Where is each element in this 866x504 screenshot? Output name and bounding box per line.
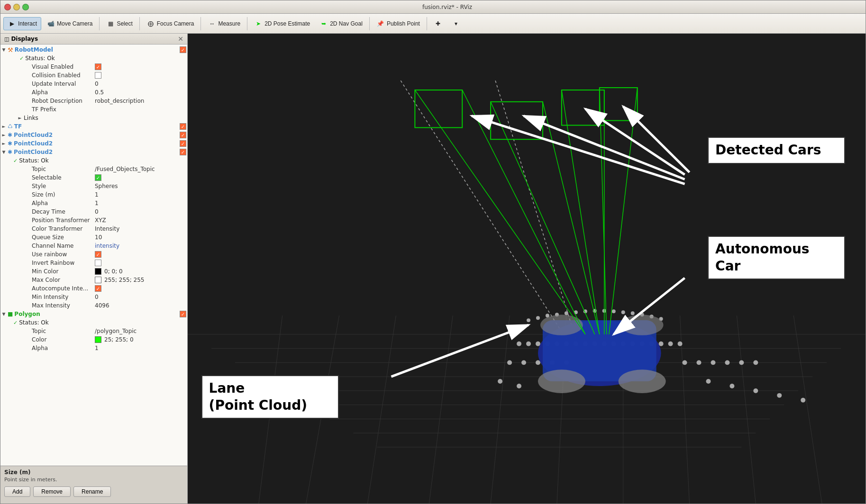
robot-model-checkbox[interactable] [180,46,186,53]
pc2-3-status: ✓ Status: Ok [6,156,187,165]
color-transformer-row: Color Transformer Intensity [6,225,187,233]
max-color-swatch[interactable] [95,277,101,283]
pc2-3-arrow[interactable]: ▼ [1,150,6,154]
polygon-row[interactable]: ▼ ■ Polygon [0,310,187,318]
interact-button[interactable]: ▶ Interact [3,17,41,30]
polygon-topic-val: /polygon_Topic [95,328,137,334]
min-color-swatch[interactable] [95,268,101,275]
main-area: ◫ Displays ✕ ▼ ⚒ RobotModel [0,34,866,504]
alpha2-row: Alpha 1 [6,199,187,207]
pointcloud2-2-row[interactable]: ► ✱ PointCloud2 [0,139,187,148]
max-intensity-val: 4096 [95,302,109,309]
pc2-1-checkbox[interactable] [180,132,186,138]
pointcloud2-1-row[interactable]: ► ✱ PointCloud2 [0,131,187,139]
polygon-status: ✓ Status: Ok [6,318,187,327]
selectable-row: Selectable [6,173,187,182]
close-button[interactable] [4,4,11,10]
pc2-3-checkbox[interactable] [180,149,186,155]
visual-enabled-name: Visual Enabled [18,63,93,70]
minimize-button[interactable] [13,4,20,10]
remove-tool-button[interactable]: ▾ [447,17,465,30]
selectable-checkbox[interactable] [95,174,101,181]
decay-time-name: Decay Time [18,208,93,215]
displays-close[interactable]: ✕ [178,36,183,42]
tf-label: TF [14,123,22,130]
remove-button[interactable]: Remove [33,486,71,497]
measure-label: Measure [218,20,240,27]
autocompute-checkbox[interactable] [95,285,101,292]
topic-row: Topic /Fused_Objects_Topic [6,165,187,173]
pose-estimate-icon: ➤ [254,19,263,28]
robot-description-row: Robot Description robot_description [6,97,187,105]
style-row: Style Spheres [6,182,187,190]
svg-point-52 [725,360,729,365]
nav-goal-button[interactable]: ➥ 2D Nav Goal [315,17,367,30]
polygon-arrow[interactable]: ▼ [1,312,6,316]
links-row[interactable]: ► Links [6,114,187,122]
focus-camera-button[interactable]: ⨁ Focus Camera [142,17,199,30]
svg-point-53 [739,360,744,365]
polygon-topic-row: Topic /polygon_Topic [6,327,187,335]
invert-rainbow-row: Invert Rainbow [6,259,187,267]
publish-point-button[interactable]: 📌 Publish Point [372,17,424,30]
polygon-checkbox[interactable] [180,311,186,317]
pc2-3-children: ✓ Status: Ok Topic /Fused_Objects_Topic … [0,156,187,310]
robot-description-name: Robot Description [18,98,93,104]
collision-enabled-checkbox[interactable] [95,72,101,79]
invert-rainbow-name: Invert Rainbow [18,260,93,266]
svg-point-50 [696,360,701,365]
links-arrow[interactable]: ► [18,116,22,120]
main-window: fusion.rviz* - RViz ▶ Interact 📹 Move Ca… [0,0,866,504]
svg-point-28 [536,342,540,346]
maximize-button[interactable] [22,4,29,10]
pos-transformer-name: Position Transformer [18,217,93,224]
status-ok-icon: ✓ [19,55,24,62]
invert-rainbow-checkbox[interactable] [95,260,101,266]
svg-point-71 [612,309,616,313]
polygon-color-name: Color [18,336,93,343]
tf-row[interactable]: ► ♺ TF [0,122,187,131]
pc2-1-arrow[interactable]: ► [1,133,6,137]
add-tool-button[interactable]: ✚ [429,17,447,30]
svg-point-58 [729,384,734,388]
robot-model-arrow[interactable]: ▼ [1,47,6,52]
camera-icon: 📹 [46,19,55,28]
style-val: Spheres [95,183,118,189]
visual-enabled-checkbox[interactable] [95,63,101,70]
3d-scene [188,34,866,504]
svg-point-43 [678,342,683,346]
rename-button[interactable]: Rename [73,486,111,497]
max-color-name: Max Color [18,277,93,283]
svg-point-73 [631,311,635,315]
svg-point-80 [619,369,666,393]
min-color-name: Min Color [18,268,93,275]
add-button[interactable]: Add [4,486,30,497]
robot-model-row[interactable]: ▼ ⚒ RobotModel [0,45,187,54]
color-transformer-name: Color Transformer [18,225,93,232]
pc2-1-icon: ✱ [8,132,12,138]
tree-view[interactable]: ▼ ⚒ RobotModel ✓ Status: Ok Visual Enabl… [0,45,187,466]
collision-enabled-name: Collision Enabled [18,72,93,79]
status-arrow [13,56,18,61]
svg-point-63 [536,316,540,320]
pointcloud2-3-row[interactable]: ▼ ✱ PointCloud2 [0,148,187,156]
move-camera-button[interactable]: 📹 Move Camera [42,17,97,30]
tf-icon: ♺ [8,123,13,130]
pc2-2-checkbox[interactable] [180,140,186,147]
tf-arrow[interactable]: ► [1,124,6,129]
svg-point-72 [621,310,625,314]
pc2-2-arrow[interactable]: ► [1,141,6,146]
max-intensity-row: Max Intensity 4096 [6,301,187,310]
tf-checkbox[interactable] [180,123,186,130]
polygon-color-swatch[interactable] [95,336,101,343]
select-button[interactable]: ▦ Select [102,17,137,30]
measure-button[interactable]: ↔ Measure [203,17,245,30]
window-title: fusion.rviz* - RViz [33,4,862,10]
use-rainbow-checkbox[interactable] [95,251,101,258]
polygon-icon: ■ [8,311,13,317]
size-m-name: Size (m) [18,191,93,198]
queue-size-val: 10 [95,234,102,241]
pose-estimate-button[interactable]: ➤ 2D Pose Estimate [250,17,314,30]
svg-point-54 [753,360,758,365]
viewport[interactable]: Detected Cars Autonomous Car Lane(Point … [188,34,866,504]
